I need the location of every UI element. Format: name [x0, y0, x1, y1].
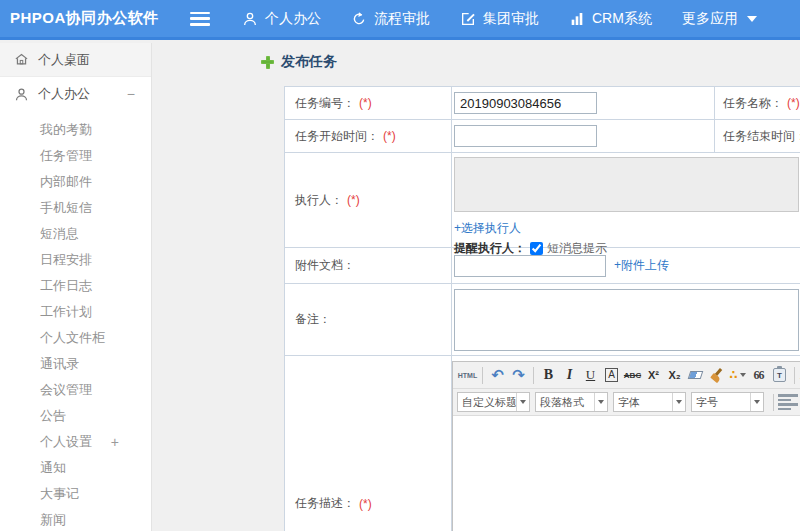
end-time-label: 任务结束时间：(*) [714, 120, 800, 152]
remark-textarea[interactable] [454, 289, 799, 351]
sidebar-sublist: 我的考勤 任务管理 内部邮件 手机短信 短消息 日程安排 工作日志 工作计划 个… [0, 111, 151, 531]
nav-item-crm[interactable]: CRM系统 [569, 10, 652, 28]
redo-button[interactable]: ↷ [508, 365, 529, 386]
editor-toolbar-row1: HTML ↶ ↷ B I U A ABC X² X₂ ∴ [453, 362, 800, 389]
start-time-input[interactable] [454, 125, 597, 147]
italic-button[interactable]: I [559, 365, 580, 386]
underline-button[interactable]: U [580, 365, 601, 386]
sidebar-item-meeting[interactable]: 会议管理 [0, 377, 151, 403]
sidebar-item-attendance[interactable]: 我的考勤 [0, 117, 151, 143]
attachment-upload-link[interactable]: +附件上传 [614, 257, 669, 274]
executor-box[interactable] [454, 157, 799, 212]
process-icon [351, 11, 367, 27]
collapse-icon[interactable]: − [127, 86, 135, 102]
form-row-description: 任务描述：(*) HTML ↶ ↷ B I U A ABC X [285, 356, 800, 531]
task-number-input[interactable] [454, 92, 597, 114]
sidebar-item-announcement[interactable]: 公告 [0, 403, 151, 429]
sidebar-item-contacts[interactable]: 通讯录 [0, 351, 151, 377]
nav-item-label: 个人办公 [265, 10, 321, 28]
task-number-label: 任务编号：(*) [285, 87, 452, 119]
sidebar-item-label: 个人桌面 [38, 51, 90, 69]
nav-item-label: CRM系统 [592, 10, 652, 28]
caret-down-icon [594, 393, 607, 411]
top-nav: PHPOA协同办公软件 个人办公 流程审批 集团审批 CRM系统 [0, 0, 800, 40]
caret-down-icon [747, 16, 757, 22]
form-row-task-number: 任务编号：(*) 任务名称：(*) [285, 87, 800, 120]
font-border-button[interactable]: A [601, 365, 622, 386]
sidebar-item-schedule[interactable]: 日程安排 [0, 247, 151, 273]
bold-button[interactable]: B [538, 365, 559, 386]
clipboard-icon: T [773, 368, 786, 382]
executor-label: 执行人：(*) [285, 153, 452, 247]
nav-item-label: 流程审批 [374, 10, 430, 28]
superscript-button[interactable]: X² [643, 365, 664, 386]
nav-item-personal-office[interactable]: 个人办公 [242, 10, 321, 28]
blockquote-button[interactable]: 66 [748, 365, 769, 386]
nav-item-group-approval[interactable]: 集团审批 [460, 10, 539, 28]
strikethrough-button[interactable]: ABC [622, 365, 643, 386]
chart-icon [569, 11, 585, 27]
paragraph-format-dropdown[interactable]: 段落格式 [535, 392, 608, 412]
menu-toggle-icon[interactable] [190, 12, 210, 26]
attachment-input[interactable] [454, 255, 606, 277]
caret-down-icon [740, 373, 746, 377]
rich-text-editor: HTML ↶ ↷ B I U A ABC X² X₂ ∴ [452, 361, 800, 531]
user-icon [14, 87, 29, 102]
format-brush-button[interactable] [706, 365, 727, 386]
sidebar-item-work-plan[interactable]: 工作计划 [0, 299, 151, 325]
app-logo: PHPOA协同办公软件 [0, 9, 170, 28]
required-mark: (*) [383, 129, 396, 143]
form-row-executor: 执行人：(*) +选择执行人 提醒执行人： 短消息提示 [285, 153, 800, 248]
toolbar-separator [773, 394, 774, 411]
sidebar-item-mobile-sms[interactable]: 手机短信 [0, 195, 151, 221]
add-icon [261, 56, 274, 69]
sidebar-item-notification[interactable]: 通知 [0, 455, 151, 481]
form-row-remark: 备注： [285, 284, 800, 356]
font-family-dropdown[interactable]: 字体 [613, 392, 686, 412]
align-left-button[interactable] [778, 392, 798, 412]
sidebar-item-desktop[interactable]: 个人桌面 [0, 43, 151, 77]
toolbar-separator [533, 367, 534, 384]
sidebar-item-events[interactable]: 大事记 [0, 481, 151, 507]
custom-title-dropdown[interactable]: 自定义标题 [457, 392, 530, 412]
html-source-button[interactable]: HTML [457, 365, 478, 386]
required-mark: (*) [359, 497, 372, 511]
magic-format-button[interactable]: ∴ [727, 365, 748, 386]
sidebar-item-label: 个人办公 [38, 85, 90, 103]
caret-down-icon [672, 393, 685, 411]
description-label: 任务描述：(*) [285, 356, 452, 531]
font-size-dropdown[interactable]: 字号 [691, 392, 764, 412]
expand-icon[interactable]: + [111, 429, 119, 455]
nav-item-more-apps[interactable]: 更多应用 [682, 10, 757, 28]
select-executor-link[interactable]: +选择执行人 [454, 220, 799, 237]
sidebar-item-internal-mail[interactable]: 内部邮件 [0, 169, 151, 195]
form-row-start-time: 任务开始时间：(*) 任务结束时间：(*) [285, 120, 800, 153]
sidebar-item-label: 个人设置 [40, 434, 92, 449]
sidebar: 个人桌面 个人办公 − 我的考勤 任务管理 内部邮件 手机短信 短消息 日程安排… [0, 43, 152, 531]
nav-item-label: 集团审批 [483, 10, 539, 28]
required-mark: (*) [359, 96, 372, 110]
toolbar-separator [794, 367, 795, 384]
publish-task-form: 任务编号：(*) 任务名称：(*) 任务开始时间：(*) 任务结束时间：(*) [284, 86, 800, 531]
editor-content-area[interactable] [453, 416, 800, 531]
nav-item-label: 更多应用 [682, 10, 738, 28]
sidebar-item-news[interactable]: 新闻 [0, 507, 151, 531]
paste-text-button[interactable]: T [769, 365, 790, 386]
required-mark: (*) [347, 193, 360, 207]
sidebar-item-work-log[interactable]: 工作日志 [0, 273, 151, 299]
sidebar-item-personal-office[interactable]: 个人办公 − [0, 77, 151, 111]
sidebar-item-personal-settings[interactable]: 个人设置 + [0, 429, 151, 455]
eraser-button[interactable] [685, 365, 706, 386]
subscript-button[interactable]: X₂ [664, 365, 685, 386]
sidebar-item-short-message[interactable]: 短消息 [0, 221, 151, 247]
required-mark: (*) [787, 96, 800, 110]
edit-icon [460, 11, 476, 27]
start-time-label: 任务开始时间：(*) [285, 120, 452, 152]
undo-button[interactable]: ↶ [487, 365, 508, 386]
nav-item-process-approval[interactable]: 流程审批 [351, 10, 430, 28]
sidebar-item-task-management[interactable]: 任务管理 [0, 143, 151, 169]
remark-label: 备注： [285, 284, 452, 355]
toolbar-separator [482, 367, 483, 384]
sidebar-item-file-cabinet[interactable]: 个人文件柜 [0, 325, 151, 351]
nav-menu: 个人办公 流程审批 集团审批 CRM系统 更多应用 [242, 10, 787, 28]
